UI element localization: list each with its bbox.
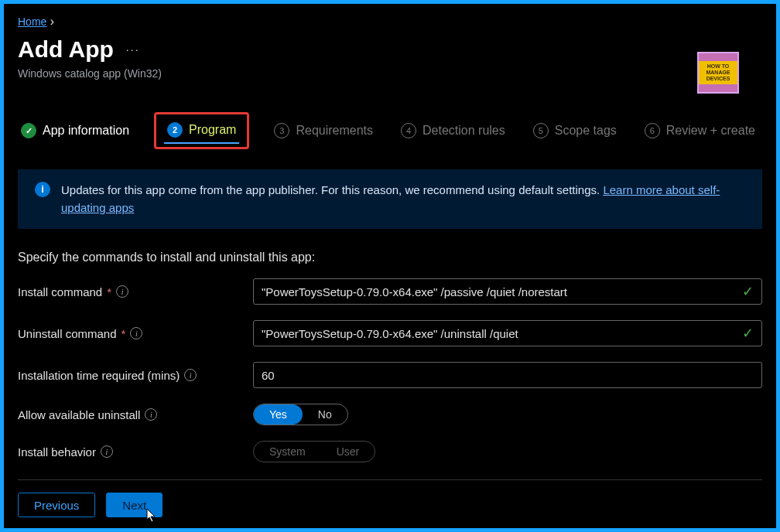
info-icon[interactable]: i	[184, 369, 197, 381]
install-time-label: Installation time required (mins) i	[18, 369, 253, 382]
wizard-steps: ✓ App information 2 Program 3 Requiremen…	[18, 112, 762, 149]
step-label: Requirements	[296, 124, 373, 138]
wizard-footer: Previous Next	[18, 479, 762, 517]
step-detection-rules[interactable]: 4 Detection rules	[398, 118, 508, 143]
page-subtitle: Windows catalog app (Win32)	[18, 67, 762, 80]
install-command-input[interactable]: "PowerToysSetup-0.79.0-x64.exe" /passive…	[253, 278, 762, 305]
previous-button[interactable]: Previous	[18, 493, 95, 517]
active-step-highlight: 2 Program	[154, 112, 249, 149]
info-icon[interactable]: i	[101, 445, 113, 458]
info-icon[interactable]: i	[145, 408, 157, 421]
chevron-right-icon: ›	[50, 15, 54, 28]
step-scope-tags[interactable]: 5 Scope tags	[530, 118, 620, 143]
install-command-label: Install command * i	[18, 285, 253, 298]
step-app-information[interactable]: ✓ App information	[18, 118, 132, 143]
step-number-icon: 6	[645, 123, 660, 138]
step-requirements[interactable]: 3 Requirements	[271, 118, 376, 143]
install-time-input[interactable]: 60	[253, 362, 762, 388]
step-number-icon: 5	[533, 123, 549, 138]
required-indicator: *	[107, 285, 111, 298]
section-intro: Specify the commands to install and unin…	[18, 251, 762, 264]
install-behavior-toggle: System User	[253, 441, 375, 462]
info-icon[interactable]: i	[130, 327, 142, 339]
more-button[interactable]: ···	[126, 43, 140, 56]
brand-logo: HOW TO MANAGE DEVICES	[697, 52, 739, 94]
step-label: App information	[43, 124, 129, 138]
toggle-user: User	[321, 442, 375, 462]
toggle-no[interactable]: No	[303, 404, 347, 425]
next-button[interactable]: Next	[106, 493, 162, 517]
step-number-icon: 3	[274, 123, 289, 138]
step-program[interactable]: 2 Program	[164, 118, 239, 144]
toggle-system: System	[254, 442, 321, 462]
uninstall-command-label: Uninstall command * i	[18, 327, 253, 340]
step-review-create[interactable]: 6 Review + create	[641, 118, 758, 143]
app-window: Home › Add App ··· Windows catalog app (…	[4, 4, 776, 528]
page-title: Add App	[18, 36, 114, 63]
install-behavior-label: Install behavior i	[18, 445, 253, 459]
step-label: Detection rules	[422, 124, 505, 138]
required-indicator: *	[121, 327, 126, 340]
step-label: Scope tags	[555, 124, 617, 138]
step-label: Review + create	[666, 124, 755, 138]
breadcrumb: Home ›	[18, 15, 762, 29]
step-number-icon: 4	[401, 123, 416, 138]
breadcrumb-home[interactable]: Home	[18, 15, 46, 28]
allow-uninstall-toggle[interactable]: Yes No	[253, 404, 348, 425]
step-number-icon: 2	[167, 122, 183, 138]
info-icon: i	[35, 182, 50, 197]
step-label: Program	[189, 123, 236, 137]
checkmark-icon: ✓	[21, 123, 36, 138]
info-icon[interactable]: i	[116, 285, 128, 298]
allow-uninstall-label: Allow available uninstall i	[18, 408, 253, 421]
banner-text: Updates for this app come from the app p…	[61, 183, 603, 196]
info-banner: i Updates for this app come from the app…	[18, 169, 762, 229]
uninstall-command-input[interactable]: "PowerToysSetup-0.79.0-x64.exe" /uninsta…	[253, 320, 762, 346]
toggle-yes[interactable]: Yes	[254, 404, 303, 425]
